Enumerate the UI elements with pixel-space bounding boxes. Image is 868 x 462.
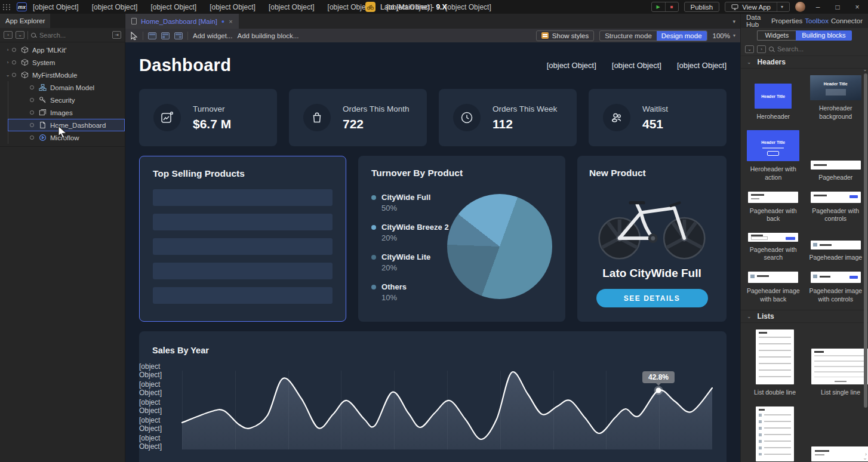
sales-by-year-card[interactable]: Sales By Year [object Object][object Obj… [139, 331, 727, 462]
nav-link[interactable]: [object Object] [677, 61, 727, 70]
toolbox-item-label: Pageheader image with controls [808, 287, 864, 303]
mendix-logo[interactable]: mx [17, 2, 27, 11]
menu-item[interactable]: [object Object] [210, 3, 256, 11]
menu-item[interactable]: [object Object] [150, 3, 196, 11]
tab-home-dashboard[interactable]: Home_Dashboard [Main] ● × [125, 14, 239, 29]
run-button[interactable]: ▶ [652, 2, 665, 11]
toolbox-item[interactable]: Header Title Heroheader with action [744, 125, 802, 186]
expand-sections-icon[interactable]: › [757, 45, 766, 53]
toolbox-item[interactable]: List single line [810, 324, 868, 401]
view-app-dropdown[interactable]: ▾ [777, 2, 783, 11]
kpi-card-orders-month[interactable]: Orders This Month722 [289, 89, 427, 146]
toolbox-item[interactable]: Pageheader with back [744, 186, 802, 227]
show-styles-button[interactable]: Show styles [536, 30, 594, 41]
toolbox-item[interactable]: Header Title Heroheader [744, 70, 802, 125]
styles-icon [541, 32, 549, 39]
toolbox-item[interactable]: Pageheader with search [744, 227, 802, 266]
tab-data-hub[interactable]: Data Hub [745, 14, 770, 30]
nav-link[interactable]: [object Object] [612, 61, 661, 70]
explorer-search-input[interactable] [39, 32, 99, 39]
add-widget-button[interactable]: Add widget... [193, 32, 232, 39]
minimize-button[interactable]: – [811, 3, 825, 11]
menu-item[interactable]: [object Object] [33, 3, 79, 11]
stop-button[interactable]: ■ [665, 2, 678, 11]
top-selling-card-selected[interactable]: Top Selling Products [139, 156, 346, 322]
chevron-down-icon[interactable]: ⌄ [4, 72, 12, 78]
kpi-card-waitlist[interactable]: Waitlist451 [589, 89, 727, 146]
maximize-button[interactable]: □ [830, 3, 845, 11]
apps-grid-icon[interactable] [0, 0, 13, 14]
toolbox-item[interactable]: List with image [744, 401, 805, 462]
user-avatar[interactable] [795, 2, 805, 12]
chevron-right-icon[interactable]: › [4, 60, 12, 65]
tree-item-images[interactable]: Images [8, 106, 125, 119]
tree-item-myfirstmodule[interactable]: ⌄ MyFirstModule [0, 69, 125, 81]
toolbox-item-thumbnail [756, 329, 794, 384]
toolbox-scrollbar[interactable]: ⌄ ⌄ [863, 56, 867, 462]
chevron-right-icon[interactable]: › [4, 47, 12, 53]
zoom-control[interactable]: 100% ▾ [713, 32, 735, 39]
select-pointer-icon[interactable] [130, 32, 138, 40]
collapse-all-icon[interactable]: › [4, 31, 13, 39]
section-header-lists[interactable]: ⌄ Lists [741, 310, 868, 323]
collapse-sections-icon[interactable]: ⌄ [745, 45, 754, 53]
tree-item-domain-model[interactable]: Domain Model [8, 81, 125, 94]
thumbnail-title: Header Title [755, 94, 792, 98]
structure-mode-button[interactable]: Structure mode [600, 31, 657, 41]
toolbox-item[interactable]: Pageheader image [807, 227, 865, 266]
toolbox-item[interactable]: List item double line [810, 401, 868, 462]
toolbox-item[interactable]: Pageheader image with back [744, 266, 802, 307]
tree-item-app[interactable]: › App 'MLKit' [0, 44, 125, 56]
scroll-down-icon[interactable]: ⌄ [863, 455, 867, 461]
menu-item[interactable]: [object Object] [269, 3, 315, 11]
tab-connector[interactable]: Connector [830, 15, 864, 27]
tab-app-explorer[interactable]: App Explorer [0, 14, 50, 28]
building-blocks-toggle-button[interactable]: Building blocks [796, 30, 851, 41]
design-canvas[interactable]: Dashboard [object Object][object Object]… [125, 42, 740, 462]
turnover-by-product-card[interactable]: Turnover By Product CityWide Full 50% Ci… [358, 156, 565, 322]
menu-item[interactable]: [object Object] [445, 3, 491, 11]
left-panel-tabstrip: App Explorer [0, 14, 125, 28]
publish-button[interactable]: Publish [684, 2, 720, 12]
chart-title: Sales By Year [152, 346, 209, 355]
toolbox-item[interactable]: Pageheader with controls [807, 186, 865, 227]
tree-item-system[interactable]: › System [0, 56, 125, 69]
toolbox-item[interactable]: Pageheader image with controls [807, 266, 865, 307]
scroll-up-icon[interactable]: ⌄ [863, 66, 867, 72]
kpi-card-turnover[interactable]: Turnover$6.7 M [139, 89, 277, 146]
locate-document-icon[interactable]: ⇥ [112, 31, 121, 39]
close-button[interactable]: × [850, 3, 864, 11]
toolbox-search-input[interactable] [777, 45, 837, 53]
kpi-card-orders-week[interactable]: Orders This Week112 [439, 89, 577, 146]
new-product-card[interactable]: New Product [577, 156, 727, 322]
legend-dot [371, 225, 376, 230]
layout-grid-icon[interactable] [148, 32, 156, 39]
section-header-headers[interactable]: ⌄ Headers [741, 56, 868, 69]
status-circle [12, 48, 16, 52]
section-title: Headers [758, 58, 786, 66]
design-mode-button[interactable]: Design mode [657, 31, 707, 41]
tab-list-dropdown-icon[interactable]: ▾ [732, 19, 735, 24]
expand-all-icon[interactable]: ⌄ [16, 31, 24, 39]
zoom-dropdown-icon[interactable]: ▾ [733, 33, 735, 38]
tab-close-icon[interactable]: × [229, 18, 232, 25]
see-details-button[interactable]: SEE DETAILS [596, 289, 708, 307]
layout-sidebar-right-icon[interactable] [174, 32, 183, 39]
tree-item-security[interactable]: Security [8, 94, 125, 106]
add-building-block-button[interactable]: Add building block... [237, 32, 298, 39]
toolbox-item[interactable]: Pageheader [807, 125, 865, 186]
layout-sidebar-left-icon[interactable] [161, 32, 170, 39]
middle-cards-row: Top Selling Products Turnover By Product [139, 156, 727, 322]
tab-properties[interactable]: Properties [770, 15, 804, 27]
scrollbar-thumb[interactable] [864, 73, 867, 408]
toolbox-item-label: Pageheader image [809, 254, 862, 262]
menu-item[interactable]: [object Object] [92, 3, 138, 11]
tab-toolbox[interactable]: Toolbox [804, 15, 830, 27]
widgets-toggle-button[interactable]: Widgets [757, 30, 796, 41]
view-app-button[interactable]: View App ▾ [725, 2, 790, 12]
toolbox-item-thumbnail [811, 446, 868, 461]
toolbox-item[interactable]: List double line [744, 324, 805, 401]
nav-link[interactable]: [object Object] [547, 61, 596, 70]
skeleton-row [153, 189, 333, 206]
toolbox-item[interactable]: Header Title Heroheader background [807, 70, 865, 125]
